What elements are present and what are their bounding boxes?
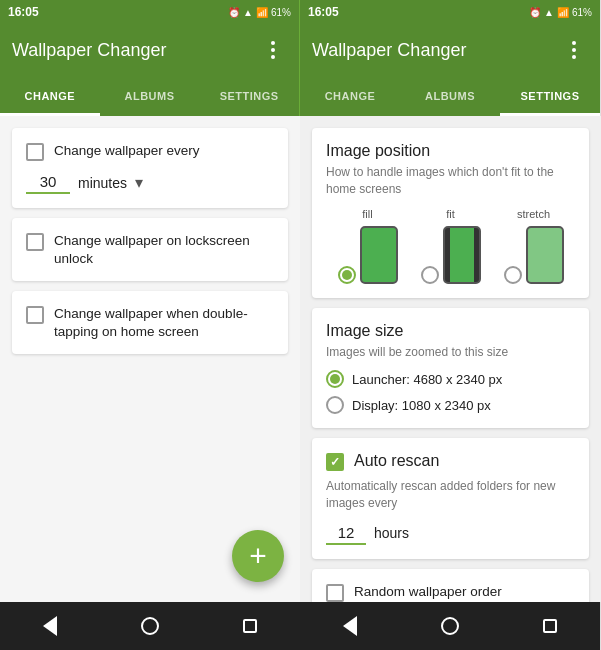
tab-change-right[interactable]: CHANGE [300, 76, 400, 116]
lockscreen-row: Change wallpaper on lockscreen unlock [26, 232, 274, 267]
auto-rescan-row: Auto rescan [326, 452, 575, 474]
bottom-nav-row [0, 602, 601, 650]
doubletap-row: Change wallpaper when double-tapping on … [26, 305, 274, 340]
alarm-icon: ⏰ [228, 7, 240, 18]
status-bar-row: 16:05 ⏰ ▲ 📶 61% 16:05 ⏰ ▲ 📶 61% [0, 0, 601, 24]
app-title-left: Wallpaper Changer [12, 40, 259, 61]
random-order-row: Random wallpaper order [326, 583, 575, 602]
recents-icon-right [543, 619, 557, 633]
home-button-right[interactable] [432, 608, 468, 644]
panel-left: Change wallpaper every minutes ▾ Change … [0, 116, 300, 602]
fit-mockup [443, 226, 481, 284]
status-bar-right: 16:05 ⏰ ▲ 📶 61% [300, 0, 600, 24]
fill-mockup [360, 226, 398, 284]
fit-option[interactable]: fit [421, 208, 481, 284]
random-order-checkbox[interactable] [326, 584, 344, 602]
back-icon-left [43, 616, 57, 636]
random-order-card: Random wallpaper order [312, 569, 589, 602]
display-radio[interactable] [326, 396, 344, 414]
stretch-radio[interactable] [504, 266, 522, 284]
dot3 [271, 55, 275, 59]
tab-albums-left[interactable]: ALBUMS [100, 76, 200, 116]
lockscreen-checkbox[interactable] [26, 233, 44, 251]
tab-settings-right[interactable]: SETTINGS [500, 76, 600, 116]
back-button-right[interactable] [332, 608, 368, 644]
dot4 [572, 41, 576, 45]
change-every-card: Change wallpaper every minutes ▾ [12, 128, 288, 208]
signal-icon-r: 📶 [557, 7, 569, 18]
dot6 [572, 55, 576, 59]
image-position-title: Image position [326, 142, 575, 160]
wifi-icon-r: ▲ [544, 7, 554, 18]
hours-row: hours [326, 522, 575, 545]
interval-input[interactable] [26, 171, 70, 194]
fit-radio[interactable] [421, 266, 439, 284]
display-label: Display: 1080 x 2340 px [352, 398, 491, 413]
panels-row: Change wallpaper every minutes ▾ Change … [0, 116, 601, 602]
tab-bar-left: CHANGE ALBUMS SETTINGS [0, 76, 300, 116]
alarm-icon-r: ⏰ [529, 7, 541, 18]
lockscreen-label: Change wallpaper on lockscreen unlock [54, 232, 274, 267]
launcher-label: Launcher: 4680 x 2340 px [352, 372, 502, 387]
signal-icon: 📶 [256, 7, 268, 18]
tab-bar-row: CHANGE ALBUMS SETTINGS CHANGE ALBUMS SET… [0, 76, 601, 116]
dot5 [572, 48, 576, 52]
stretch-label: stretch [517, 208, 550, 220]
bottom-nav-left [0, 602, 300, 650]
auto-rescan-checkbox[interactable] [326, 453, 344, 471]
image-options: fill fit stretch [326, 208, 575, 284]
fill-option[interactable]: fill [338, 208, 398, 284]
fab-button[interactable]: + [232, 530, 284, 582]
auto-rescan-title: Auto rescan [354, 452, 439, 470]
recents-button-right[interactable] [532, 608, 568, 644]
app-bar-left: Wallpaper Changer [0, 24, 300, 76]
doubletap-card: Change wallpaper when double-tapping on … [12, 291, 288, 354]
auto-rescan-card: Auto rescan Automatically rescan added f… [312, 438, 589, 559]
dropdown-arrow-icon[interactable]: ▾ [135, 173, 143, 192]
home-icon-right [441, 617, 459, 635]
more-vert-icon-right[interactable] [560, 36, 588, 64]
back-icon-right [343, 616, 357, 636]
interval-row: minutes ▾ [26, 171, 274, 194]
change-every-label: Change wallpaper every [54, 142, 200, 160]
status-icons-right: ⏰ ▲ 📶 61% [529, 7, 592, 18]
fill-radio[interactable] [338, 266, 356, 284]
tab-bar-right: CHANGE ALBUMS SETTINGS [300, 76, 600, 116]
fill-label: fill [362, 208, 372, 220]
display-radio-row: Display: 1080 x 2340 px [326, 396, 575, 414]
interval-unit: minutes [78, 175, 127, 191]
stretch-option[interactable]: stretch [504, 208, 564, 284]
battery-right: 61% [572, 7, 592, 18]
doubletap-label: Change wallpaper when double-tapping on … [54, 305, 274, 340]
fab-icon: + [249, 541, 267, 571]
image-size-desc: Images will be zoomed to this size [326, 344, 575, 361]
hours-input[interactable] [326, 522, 366, 545]
change-every-row: Change wallpaper every [26, 142, 274, 161]
bottom-nav-right [300, 602, 600, 650]
panel-right: Image position How to handle images whic… [300, 116, 601, 602]
tab-albums-right[interactable]: ALBUMS [400, 76, 500, 116]
app-bar-right: Wallpaper Changer [300, 24, 600, 76]
time-left: 16:05 [8, 5, 39, 19]
launcher-radio-row: Launcher: 4680 x 2340 px [326, 370, 575, 388]
more-vert-icon-left[interactable] [259, 36, 287, 64]
home-button-left[interactable] [132, 608, 168, 644]
launcher-radio[interactable] [326, 370, 344, 388]
image-position-desc: How to handle images which don't fit to … [326, 164, 575, 198]
status-bar-left: 16:05 ⏰ ▲ 📶 61% [0, 0, 300, 24]
doubletap-checkbox[interactable] [26, 306, 44, 324]
change-every-checkbox[interactable] [26, 143, 44, 161]
tab-settings-left[interactable]: SETTINGS [199, 76, 299, 116]
fit-label: fit [446, 208, 455, 220]
random-order-label: Random wallpaper order [354, 583, 502, 601]
app-bar-row: Wallpaper Changer Wallpaper Changer [0, 24, 601, 76]
recents-icon-left [243, 619, 257, 633]
status-icons-left: ⏰ ▲ 📶 61% [228, 7, 291, 18]
auto-rescan-desc: Automatically rescan added folders for n… [326, 478, 575, 512]
recents-button-left[interactable] [232, 608, 268, 644]
dot2 [271, 48, 275, 52]
tab-change-left[interactable]: CHANGE [0, 76, 100, 116]
back-button-left[interactable] [32, 608, 68, 644]
image-size-title: Image size [326, 322, 575, 340]
image-size-card: Image size Images will be zoomed to this… [312, 308, 589, 429]
